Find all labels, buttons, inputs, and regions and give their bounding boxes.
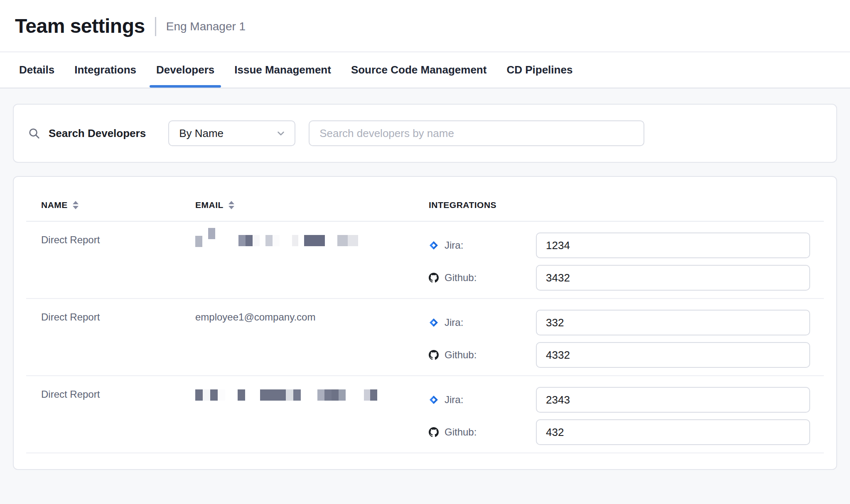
search-filter-value: By Name <box>179 127 224 140</box>
jira-icon <box>429 318 439 328</box>
github-integration-row: Github: <box>429 419 824 445</box>
search-filter-select[interactable]: By Name <box>168 120 295 146</box>
jira-label: Jira: <box>445 240 463 251</box>
table-row: Direct Report employee1@company.com Jira… <box>26 299 824 376</box>
jira-icon <box>429 240 439 250</box>
github-label: Github: <box>445 272 477 284</box>
github-integration-row: Github: <box>429 342 824 368</box>
chevron-down-icon <box>275 128 286 139</box>
column-header-name: NAME <box>41 200 195 210</box>
tab-details[interactable]: Details <box>19 52 54 88</box>
developer-email: employee1@company.com <box>195 310 429 368</box>
redacted-email-pixels <box>195 234 358 245</box>
github-integration-row: Github: <box>429 265 824 291</box>
developer-email-redacted <box>195 232 429 291</box>
magnifier-icon <box>28 127 40 139</box>
github-id-input[interactable] <box>536 342 810 368</box>
jira-icon <box>429 395 439 405</box>
github-label: Github: <box>445 426 477 438</box>
tab-cd-pipelines[interactable]: CD Pipelines <box>506 52 572 88</box>
sort-email-icon[interactable] <box>228 201 234 209</box>
jira-integration-row: Jira: <box>429 387 824 413</box>
jira-id-input[interactable] <box>536 232 810 258</box>
jira-label: Jira: <box>445 317 463 328</box>
page-header: Team settings Eng Manager 1 <box>0 0 850 52</box>
github-id-input[interactable] <box>536 265 810 291</box>
jira-integration-row: Jira: <box>429 310 824 335</box>
search-developers-input[interactable] <box>309 120 644 146</box>
tab-content: Search Developers By Name NAME EMAIL INT… <box>0 88 850 470</box>
github-label: Github: <box>445 349 477 361</box>
developers-table-card: NAME EMAIL INTEGRATIONS Direct Report <box>13 176 837 470</box>
jira-label: Jira: <box>445 394 463 406</box>
table-row: Direct Report Jira: <box>26 376 824 453</box>
jira-integration-row: Jira: <box>429 232 824 258</box>
column-header-email: EMAIL <box>195 200 429 210</box>
tab-integrations[interactable]: Integrations <box>74 52 136 88</box>
jira-id-input[interactable] <box>536 387 810 413</box>
title-separator <box>155 17 156 36</box>
integrations-cell: Jira: Github: <box>429 310 824 368</box>
tab-issue-management[interactable]: Issue Management <box>234 52 331 88</box>
integrations-cell: Jira: Github: <box>429 387 824 445</box>
page-title: Team settings <box>15 15 145 37</box>
sort-name-icon[interactable] <box>73 201 79 209</box>
github-icon <box>429 273 439 283</box>
developer-email-redacted <box>195 387 429 445</box>
search-developers-label: Search Developers <box>49 127 146 140</box>
github-icon <box>429 427 439 437</box>
tab-developers[interactable]: Developers <box>156 52 214 88</box>
search-developers-card: Search Developers By Name <box>13 104 837 163</box>
github-id-input[interactable] <box>536 419 810 445</box>
team-name-subtitle: Eng Manager 1 <box>166 20 246 33</box>
column-header-integrations: INTEGRATIONS <box>429 200 824 210</box>
redacted-email-pixels <box>195 389 377 400</box>
developer-name: Direct Report <box>41 310 195 368</box>
jira-id-input[interactable] <box>536 310 810 335</box>
table-row: Direct Report Jira: <box>26 222 824 299</box>
table-header-row: NAME EMAIL INTEGRATIONS <box>26 177 824 222</box>
integrations-cell: Jira: Github: <box>429 232 824 291</box>
settings-tabbar: Details Integrations Developers Issue Ma… <box>0 52 850 88</box>
tab-source-code-management[interactable]: Source Code Management <box>351 52 487 88</box>
github-icon <box>429 350 439 360</box>
developer-name: Direct Report <box>41 387 195 445</box>
developer-name: Direct Report <box>41 232 195 291</box>
